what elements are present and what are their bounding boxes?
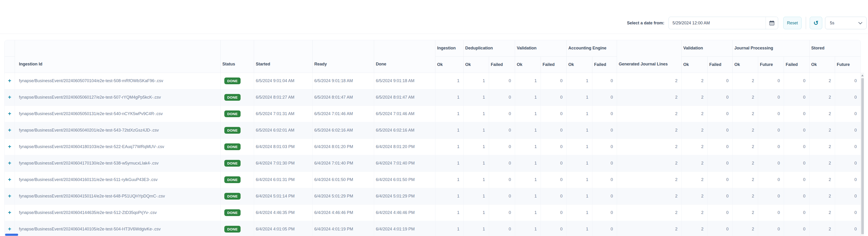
status-badge: DONE [224,160,241,167]
refresh-interval-select[interactable]: 5s [825,17,867,29]
date-from-input[interactable] [669,17,766,29]
ingestion-id-cell: fynapse/BusinessEvent/20240605050131/e2e… [14,106,220,122]
stored-future-cell: 0 [835,106,861,122]
expand-cell: + [5,204,14,221]
status-cell: DONE [220,155,254,171]
ready-cell: 6/4/2024 7:01:40 PM [312,155,374,171]
journal-failed-cell: 0 [784,106,809,122]
expand-row-button[interactable]: + [8,78,11,83]
accounting-failed-cell: 0 [592,188,617,204]
stored-future-cell: 0 [835,89,861,106]
scrollbar-up-arrow-icon[interactable] [861,74,864,76]
done-cell: 6/4/2024 4:01:19 PM [374,221,435,236]
done-cell: 6/4/2024 6:01:50 PM [374,171,435,188]
ingestion-id-cell: fynapse/BusinessEvent/20240604144635/e2e… [14,204,220,221]
ready-cell: 6/5/2024 9:01:18 AM [312,73,374,89]
expand-row-button[interactable]: + [8,226,11,232]
validation-failed-cell: 0 [540,122,566,139]
accounting-failed-cell: 0 [592,122,617,139]
header-started: Started [254,40,312,73]
table-row: + fynapse/BusinessEvent/20240604170130/e… [5,155,861,171]
validation-ok-cell: 1 [515,122,540,139]
group-header-ingestion: Ingestion [435,40,463,56]
header-validation2-failed: Failed [707,56,733,73]
date-input-group [669,17,778,29]
stored-ok-cell: 2 [809,171,835,188]
expand-column-header [5,40,14,56]
journal-ok-cell: 2 [733,155,758,171]
stored-ok-cell: 2 [809,188,835,204]
table-row: + fynapse/BusinessEvent/20240604160131/e… [5,171,861,188]
generated-journal-lines-cell: 2 [617,155,681,171]
expand-row-button[interactable]: + [8,177,11,182]
accounting-ok-cell: 1 [566,221,592,236]
ready-cell: 6/4/2024 8:01:20 PM [312,139,374,155]
expand-row-button[interactable]: + [8,210,11,215]
header-accounting-failed: Failed [592,56,617,73]
horizontal-scrollbar-thumb[interactable] [5,234,18,236]
expand-cell: + [5,155,14,171]
table-row: + fynapse/BusinessEvent/20240604144635/e… [5,204,861,221]
dedup-failed-cell: 0 [489,122,515,139]
table-row: + fynapse/BusinessEvent/20240604150114/e… [5,188,861,204]
expand-row-button[interactable]: + [8,144,11,149]
started-cell: 6/4/2024 8:01:03 PM [254,139,312,155]
ready-cell: 6/4/2024 5:01:29 PM [312,188,374,204]
accounting-failed-cell: 0 [592,221,617,236]
status-badge: DONE [224,94,241,101]
reset-button[interactable]: Reset [783,17,802,29]
generated-journal-lines-cell: 2 [617,204,681,221]
journal-failed-cell: 0 [784,171,809,188]
status-cell: DONE [220,221,254,236]
expand-row-button[interactable]: + [8,160,11,166]
refresh-button[interactable]: ↺ [810,17,822,29]
accounting-failed-cell: 0 [592,204,617,221]
header-dedup-failed: Failed [489,56,515,73]
validation-failed-cell: 0 [540,73,566,89]
validation2-failed-cell: 0 [707,155,733,171]
expand-row-button[interactable]: + [8,193,11,199]
expand-row-button[interactable]: + [8,127,11,133]
expand-row-button[interactable]: + [8,95,11,100]
journal-ok-cell: 2 [733,139,758,155]
calendar-icon-glyph [769,21,774,26]
group-header-deduplication: Deduplication [463,40,515,56]
accounting-ok-cell: 1 [566,139,592,155]
dedup-ok-cell: 1 [463,171,489,188]
vertical-scrollbar[interactable] [861,73,864,236]
stored-ok-cell: 2 [809,89,835,106]
done-cell: 6/4/2024 4:46:46 PM [374,204,435,221]
stored-ok-cell: 2 [809,204,835,221]
generated-journal-lines-cell: 2 [617,221,681,236]
status-badge: DONE [224,176,241,183]
validation-failed-cell: 0 [540,139,566,155]
dedup-ok-cell: 1 [463,73,489,89]
calendar-icon[interactable] [766,17,778,29]
validation2-ok-cell: 2 [681,73,707,89]
dedup-failed-cell: 0 [489,204,515,221]
started-cell: 6/4/2024 7:01:30 PM [254,155,312,171]
validation2-failed-cell: 0 [707,221,733,236]
status-cell: DONE [220,89,254,106]
status-cell: DONE [220,122,254,139]
table-row: + fynapse/BusinessEvent/20240605060127/e… [5,89,861,106]
top-bar: Select a date from: Reset ↺ 5s [0,0,868,34]
ready-cell: 6/5/2024 8:01:47 AM [312,89,374,106]
done-cell: 6/5/2024 9:01:18 AM [374,73,435,89]
date-filter-controls: Select a date from: Reset ↺ 5s [627,17,867,29]
header-status: Status [220,40,254,73]
validation2-failed-cell: 0 [707,89,733,106]
dedup-ok-cell: 1 [463,188,489,204]
ingestion-ok-cell: 1 [435,122,463,139]
started-cell: 6/5/2024 8:01:27 AM [254,89,312,106]
accounting-ok-cell: 1 [566,155,592,171]
ingestion-id-cell: fynapse/BusinessEvent/20240605070104/e2e… [14,73,220,89]
validation-failed-cell: 0 [540,171,566,188]
journal-ok-cell: 2 [733,89,758,106]
ready-cell: 6/5/2024 6:02:16 AM [312,122,374,139]
ingestion-id-cell: fynapse/BusinessEvent/20240604140105/e2e… [14,221,220,236]
stored-ok-cell: 2 [809,73,835,89]
journal-future-cell: 0 [758,155,784,171]
expand-row-button[interactable]: + [8,111,11,116]
vertical-scrollbar-thumb[interactable] [861,78,864,234]
